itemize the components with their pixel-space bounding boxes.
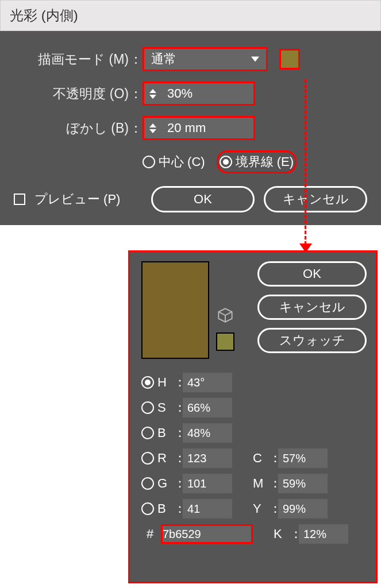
g-radio[interactable] <box>141 477 154 490</box>
annotation-arrow <box>305 79 306 245</box>
h-row: H ： <box>141 373 367 392</box>
blur-row: ぼかし (B) ： <box>14 116 367 140</box>
edge-radio[interactable] <box>220 156 232 168</box>
mid-column <box>216 307 234 351</box>
inner-glow-dialog: 光彩 (内側) 描画モード (M) ： 通常 不透明度 (O) ： ぼかし <box>0 0 381 225</box>
g-row: G ： M ： <box>141 474 367 493</box>
k-input[interactable] <box>299 524 348 544</box>
caret-up-icon <box>149 89 156 93</box>
ok-button[interactable]: OK <box>151 186 255 212</box>
m-label: M <box>253 476 269 491</box>
h-label: H <box>157 375 174 390</box>
k-col: K ： <box>274 524 348 544</box>
c-col: C ： <box>253 448 328 468</box>
preview-checkbox[interactable] <box>14 194 25 205</box>
k-label: K <box>274 527 290 541</box>
r-radio[interactable] <box>141 452 154 465</box>
dialog-body: 描画モード (M) ： 通常 不透明度 (O) ： ぼかし (B) ： <box>0 31 381 225</box>
edge-label: 境界線 (E) <box>236 153 294 171</box>
y-label: Y <box>253 501 269 516</box>
previous-color-swatch[interactable] <box>216 332 234 351</box>
c-label: C <box>253 451 269 466</box>
caret-down-icon <box>149 95 156 99</box>
opacity-label: 不透明度 (O) <box>14 85 129 103</box>
opacity-row: 不透明度 (O) ： <box>14 82 367 106</box>
cube-icon <box>217 307 233 323</box>
edge-radio-wrap[interactable]: 境界線 (E) <box>217 150 297 173</box>
m-input[interactable] <box>278 474 328 493</box>
r-input[interactable] <box>183 448 232 468</box>
opacity-stepper[interactable] <box>144 83 161 104</box>
caret-down-icon <box>149 129 156 133</box>
y-col: Y ： <box>253 499 328 519</box>
h-radio[interactable] <box>141 376 154 389</box>
h-input[interactable] <box>183 373 232 392</box>
r-label: R <box>157 451 174 466</box>
picker-ok-button[interactable]: OK <box>257 261 367 287</box>
mode-dropdown[interactable]: 通常 <box>143 47 268 71</box>
c-input[interactable] <box>278 448 328 468</box>
b2-row: B ： Y ： <box>141 499 367 519</box>
g-input[interactable] <box>183 474 232 493</box>
color-swatch[interactable] <box>279 49 300 69</box>
dialog-footer: プレビュー (P) OK キャンセル <box>14 186 367 212</box>
mode-label: 描画モード (M) <box>14 51 129 68</box>
color-picker-dialog: OK キャンセル スウォッチ H ： S ： B ： R ： <box>128 250 378 583</box>
b-radio[interactable] <box>141 427 154 439</box>
b-input[interactable] <box>183 423 232 443</box>
caret-up-icon <box>149 123 156 127</box>
b-label: B <box>157 425 174 440</box>
mode-row: 描画モード (M) ： 通常 <box>14 47 367 71</box>
s-row: S ： <box>141 398 367 417</box>
hash-label: # <box>144 527 156 541</box>
color-picker-top: OK キャンセル スウォッチ <box>141 261 367 359</box>
origin-radio-group: 中心 (C) 境界線 (E) <box>143 150 367 173</box>
colon: ： <box>129 119 143 137</box>
b2-radio[interactable] <box>141 502 154 515</box>
blur-input-wrap <box>143 116 255 140</box>
b2-input[interactable] <box>183 499 232 519</box>
opacity-input-wrap <box>143 82 255 106</box>
blur-label: ぼかし (B) <box>14 119 129 137</box>
s-input[interactable] <box>183 398 232 417</box>
blur-input[interactable] <box>161 118 253 138</box>
cancel-button[interactable]: キャンセル <box>264 186 367 212</box>
hex-input[interactable] <box>161 524 253 544</box>
dialog-title: 光彩 (内側) <box>0 0 381 31</box>
hex-row: # K ： <box>141 524 367 544</box>
picker-cancel-button[interactable]: キャンセル <box>257 295 367 320</box>
y-input[interactable] <box>278 499 328 519</box>
picker-swatch-button[interactable]: スウォッチ <box>257 328 367 353</box>
g-label: G <box>157 476 174 491</box>
chevron-down-icon <box>251 57 259 62</box>
b2-label: B <box>157 501 174 516</box>
center-radio-wrap[interactable]: 中心 (C) <box>143 153 205 171</box>
m-col: M ： <box>253 474 328 493</box>
colon: ： <box>129 51 143 68</box>
r-row: R ： C ： <box>141 448 367 468</box>
picker-buttons: OK キャンセル スウォッチ <box>257 261 367 353</box>
center-radio[interactable] <box>143 156 155 168</box>
mode-value: 通常 <box>151 51 176 68</box>
color-values: H ： S ： B ： R ： C ： <box>141 373 367 544</box>
b-row: B ： <box>141 423 367 443</box>
blur-stepper[interactable] <box>144 118 161 138</box>
center-label: 中心 (C) <box>159 153 205 171</box>
preview-label: プレビュー (P) <box>34 191 120 208</box>
current-color-swatch[interactable] <box>141 261 209 359</box>
colon: ： <box>129 85 143 103</box>
s-radio[interactable] <box>141 401 154 414</box>
s-label: S <box>157 400 174 415</box>
opacity-input[interactable] <box>161 83 253 104</box>
